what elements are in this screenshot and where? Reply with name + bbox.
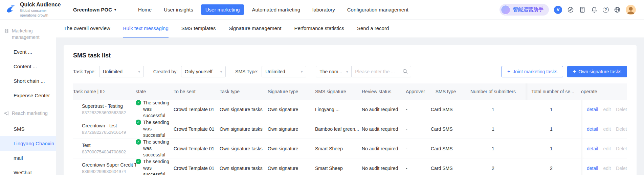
nav-item[interactable]: Automated marketing [247, 4, 305, 15]
edit-link[interactable]: edit [603, 107, 611, 112]
smart-assistant-button[interactable]: 智能运营助手 [499, 4, 549, 16]
cell-task-type: Own signature tasks [220, 126, 268, 132]
sidebar-group-label-reach-marketing[interactable]: Reach marketing [0, 110, 56, 118]
edit-link[interactable]: edit [603, 126, 611, 132]
globe-icon[interactable] [614, 6, 621, 13]
filter-select[interactable]: Only yourself ▾ [181, 66, 226, 77]
action-button[interactable]: + Own signature tasks [567, 66, 627, 77]
cell-signature-type: Own signature [268, 166, 315, 171]
search-field-select[interactable]: The nam... ▾ [316, 66, 352, 77]
sidebar-item[interactable]: Event ... [0, 45, 56, 59]
delete-link[interactable]: Delete [616, 166, 627, 171]
sms-task-list-card: SMS task list Task Type: Unlimited ▾ Cre… [64, 45, 637, 175]
bell-icon[interactable] [591, 6, 598, 13]
edit-link[interactable]: edit [603, 146, 611, 151]
cell-review-status: No audit required [362, 146, 406, 151]
search-icon[interactable] [402, 69, 408, 76]
detail-link[interactable]: detail [587, 166, 598, 171]
delete-link[interactable]: Delete [616, 107, 627, 112]
delete-link[interactable]: Delete [616, 126, 627, 132]
tab[interactable]: Bulk text messaging [123, 20, 169, 38]
cell-approver: - [406, 146, 431, 151]
cell-sms-signature: Lingyang ... [315, 107, 362, 112]
cell-submitters: 1 [465, 146, 526, 151]
chevron-down-icon: ▾ [220, 70, 222, 74]
user-avatar[interactable] [626, 5, 636, 15]
cell-sms-signature: Bamboo leaf green... [315, 126, 362, 132]
sidebar-item[interactable]: Content ... [0, 59, 56, 74]
tab[interactable]: Send a record [357, 20, 389, 38]
cell-submitters: 1 [465, 107, 526, 112]
sidebar-item[interactable]: SMS [0, 122, 56, 136]
cell-task-name-id: Greentown - test 837268227652916149 [73, 123, 136, 135]
filter-select[interactable]: Unlimited ▾ [99, 66, 144, 77]
delete-link[interactable]: Delete [616, 146, 627, 151]
compass-icon[interactable] [567, 6, 574, 13]
tab[interactable]: Performance statistics [294, 20, 344, 38]
brand: Quick Audience Global consumer operation… [0, 2, 62, 18]
cell-signature-type: Own signature [268, 107, 315, 112]
cell-review-status: No audit required [362, 166, 406, 171]
filter-bar: Task Type: Unlimited ▾ Created by: Only … [73, 66, 627, 77]
nav-item[interactable]: Home [134, 4, 156, 15]
cell-approver: - [406, 126, 431, 132]
sidebar-group-reach-marketing: Reach marketing SMS Lingyang Chaoxin mai… [0, 110, 56, 175]
cell-total: 1 [526, 146, 581, 151]
chevron-down-icon: ▾ [138, 70, 140, 74]
header-actions: 智能运营助手 V ? [499, 4, 644, 16]
table-header: Task name | ID state To be sent Task typ… [73, 83, 627, 100]
nav-item[interactable]: User marketing [201, 4, 244, 15]
nav-item[interactable]: Configuration management [343, 4, 413, 15]
workspace-switcher[interactable]: Greentown POC ▾ [73, 7, 116, 12]
cell-state: ✓ The sending was successful [136, 139, 174, 158]
layers-icon [4, 28, 9, 35]
help-icon[interactable]: ? [603, 7, 609, 13]
cell-approver: - [406, 107, 431, 112]
assistant-label: 智能运营助手 [513, 6, 543, 13]
action-button[interactable]: + Joint marketing tasks [502, 66, 563, 77]
cell-operate: detail edit Delete [581, 119, 627, 139]
chevron-down-icon: ▾ [301, 70, 303, 74]
cell-sms-type: Card SMS [431, 126, 465, 132]
sidebar-item[interactable]: Expense Center [0, 88, 56, 103]
button-label: Own signature tasks [578, 69, 621, 74]
table-row: Greentown Super Credit Test 836992299930… [73, 158, 627, 175]
detail-link[interactable]: detail [587, 146, 598, 151]
cell-state: ✓ The sending was successful [136, 158, 174, 175]
detail-link[interactable]: detail [587, 126, 598, 132]
sidebar-group-text: Reach marketing [12, 110, 48, 117]
app-title: Quick Audience [20, 2, 62, 8]
sidebar-item[interactable]: Short chain ... [0, 74, 56, 88]
sidebar-item[interactable]: WeChat [0, 165, 56, 175]
filter-group: SMS Type: Unlimited ▾ [235, 66, 306, 77]
filter-group: Created by: Only yourself ▾ [153, 66, 226, 77]
cell-approver: - [406, 166, 431, 171]
assistant-avatar [501, 5, 510, 15]
cell-to-be-sent: Crowd Template 01 [174, 107, 220, 112]
column-header: Task name | ID [73, 89, 136, 94]
success-check-icon: ✓ [136, 139, 141, 145]
cell-task-name-id: Test 837000754034708602 [73, 143, 136, 154]
sidebar-group-label-marketing-management[interactable]: Marketing management [0, 28, 56, 41]
cell-operate: detail edit Delete [581, 100, 627, 119]
quick-audience-logo-icon [5, 3, 17, 16]
tab[interactable]: Signature management [229, 20, 282, 38]
task-id: 837283253693563382 [82, 110, 132, 115]
tab[interactable]: The overall overview [64, 20, 110, 38]
detail-link[interactable]: detail [587, 107, 598, 112]
filter-select[interactable]: Unlimited ▾ [262, 66, 306, 77]
task-id: 837000754034708602 [82, 149, 132, 154]
nav-item[interactable]: User insights [159, 4, 198, 15]
edit-link[interactable]: edit [603, 166, 611, 171]
tab[interactable]: SMS templates [181, 20, 216, 38]
column-header: Total number of se... [526, 83, 581, 100]
megaphone-icon [4, 110, 9, 118]
column-header: Approver [406, 89, 431, 94]
task-name: Greentown - test [82, 123, 132, 128]
document-icon[interactable] [579, 6, 586, 13]
cell-state: ✓ The sending was successful [136, 100, 174, 119]
sidebar-item[interactable]: mail [0, 151, 56, 165]
nav-item[interactable]: laboratory [308, 4, 339, 15]
v-badge-icon[interactable]: V [554, 6, 562, 14]
sidebar-item[interactable]: Lingyang Chaoxin [0, 136, 56, 151]
